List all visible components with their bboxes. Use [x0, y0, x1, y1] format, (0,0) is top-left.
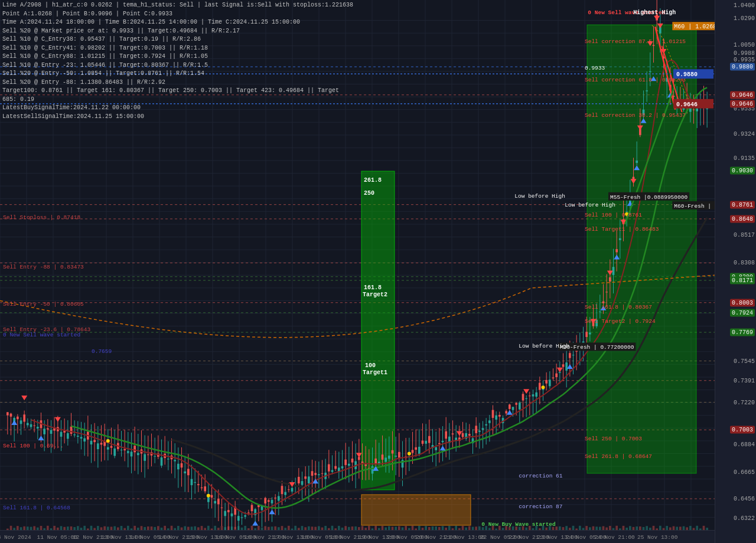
time-label: 8 Nov 2024 — [0, 534, 31, 541]
price-label: 0.8761 — [730, 201, 755, 208]
price-label: 0.9135 — [734, 155, 755, 161]
price-label: 0.7924 — [730, 309, 755, 316]
time-label: 21 Nov 13:00 — [444, 534, 484, 541]
price-label: 0.8003 — [730, 299, 755, 306]
price-label: 0.9324 — [734, 131, 755, 138]
price-label: 1.0050 — [734, 42, 755, 48]
price-label: 0.7003 — [730, 426, 755, 434]
chart-container: Line A/2908 | h1_atr_c:0 0.0262 | tema_h… — [0, 0, 756, 543]
current-price-label: 0.9646 — [730, 100, 755, 107]
price-label: 0.6884 — [734, 441, 755, 448]
price-label: 0.9935 — [734, 57, 755, 63]
time-label: 11 Nov 05:00 — [37, 534, 77, 541]
price-label: 0.6322 — [734, 515, 755, 522]
price-label: 0.7391 — [734, 377, 755, 384]
price-label: 0.9988 — [734, 50, 755, 56]
price-label: 0.8171 — [730, 277, 755, 284]
main-chart — [0, 0, 715, 530]
price-label: 0.8648 — [730, 215, 755, 223]
price-axis: 1.04001.02901.00500.99880.99350.98800.96… — [715, 0, 756, 543]
price-label: 0.6665 — [734, 469, 755, 476]
price-label: 1.0290 — [734, 15, 755, 22]
price-label: 0.8517 — [734, 231, 755, 238]
price-label: 0.7769 — [730, 329, 755, 336]
time-label: 25 Nov 13:00 — [637, 534, 677, 541]
time-label: 24 Nov 21:00 — [594, 534, 634, 541]
price-label: 0.8308 — [734, 260, 755, 266]
price-label: 0.9646 — [730, 91, 755, 99]
price-label: 0.9030 — [730, 167, 755, 175]
price-label: 0.9880 — [730, 63, 755, 71]
price-label: 0.7545 — [734, 358, 755, 364]
price-label: 0.6456 — [734, 496, 755, 502]
price-label: 1.0400 — [734, 2, 755, 8]
time-axis: 8 Nov 202411 Nov 05:0012 Nov 21:0013 Nov… — [0, 530, 715, 543]
price-label: 0.7220 — [734, 399, 755, 405]
